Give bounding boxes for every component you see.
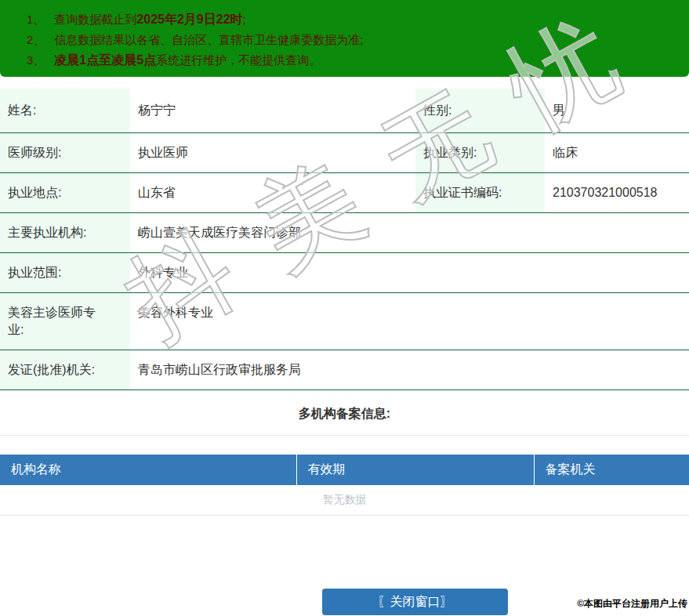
certificate-number-value: 210370321000518: [545, 173, 689, 213]
notice-text: 信息数据结果以各省、自治区、直辖市卫生健康委数据为准;: [54, 33, 363, 46]
gender-value: 男: [545, 89, 689, 133]
table-row: 执业地点: 山东省 执业证书编码: 210370321000518: [0, 173, 689, 213]
table-row: 发证(批准)机关: 青岛市崂山区行政审批服务局: [0, 350, 689, 390]
practice-category-label: 执业类别:: [415, 133, 545, 173]
column-header-validity: 有效期: [296, 455, 534, 485]
table-row: 姓名: 杨宁宁 性别: 男: [0, 89, 689, 133]
name-value: 杨宁宁: [130, 89, 415, 133]
multi-org-table-wrap: 机构名称 有效期 备案机关 暂无数据: [0, 435, 689, 516]
notice-banner: 1、查询数据截止到2025年2月9日22时; 2、信息数据结果以各省、自治区、直…: [0, 0, 689, 77]
notice-line-1: 1、查询数据截止到2025年2月9日22时;: [27, 9, 681, 30]
practice-category-value: 临床: [545, 133, 689, 173]
notice-bold-text: 2025年2月9日22时: [136, 13, 242, 26]
notice-number: 1、: [27, 13, 45, 26]
notice-line-3: 3、凌晨1点至凌晨5点系统进行维护，不能提供查询。: [27, 50, 681, 71]
notice-text: 查询数据截止到: [54, 13, 136, 26]
certificate-number-label: 执业证书编码:: [415, 173, 545, 213]
multi-org-table: 机构名称 有效期 备案机关 暂无数据: [0, 455, 689, 516]
practice-scope-value: 外科专业: [130, 253, 689, 293]
notice-line-2: 2、信息数据结果以各省、自治区、直辖市卫生健康委数据为准;: [27, 30, 681, 50]
empty-data-text: 暂无数据: [0, 485, 689, 516]
multi-org-header-row: 机构名称 有效期 备案机关: [0, 455, 689, 485]
issuing-authority-value: 青岛市崂山区行政审批服务局: [130, 350, 689, 390]
main-institution-value: 崂山壹美天成医疗美容门诊部: [130, 213, 689, 253]
issuing-authority-label: 发证(批准)机关:: [0, 350, 130, 390]
practice-location-label: 执业地点:: [0, 173, 130, 213]
close-window-button[interactable]: 〖关闭窗口〗: [322, 589, 508, 615]
name-label: 姓名:: [0, 89, 130, 133]
table-row: 主要执业机构: 崂山壹美天成医疗美容门诊部: [0, 213, 689, 253]
notice-number: 2、: [27, 33, 45, 46]
empty-row: 暂无数据: [0, 485, 689, 516]
table-row: 医师级别: 执业医师 执业类别: 临床: [0, 133, 689, 173]
copyright-note: ©本图由平台注册用户上传: [577, 597, 687, 611]
table-row: 美容主诊医师专业: 美容外科专业: [0, 293, 689, 350]
practitioner-info-table: 姓名: 杨宁宁 性别: 男 医师级别: 执业医师 执业类别: 临床 执业地点: …: [0, 89, 689, 390]
column-header-filing-authority: 备案机关: [534, 455, 689, 485]
gender-label: 性别:: [415, 89, 545, 133]
table-row: 执业范围: 外科专业: [0, 253, 689, 293]
doctor-level-label: 医师级别:: [0, 133, 130, 173]
practice-scope-label: 执业范围:: [0, 253, 130, 293]
notice-bold-text: 凌晨1点至凌晨5点: [54, 53, 156, 67]
notice-number: 3、: [27, 53, 45, 67]
doctor-level-value: 执业医师: [130, 133, 415, 173]
cosmetic-specialty-value: 美容外科专业: [130, 293, 689, 350]
column-header-org-name: 机构名称: [0, 455, 296, 485]
notice-text: ;: [243, 13, 246, 26]
cosmetic-specialty-label: 美容主诊医师专业:: [0, 293, 130, 350]
multi-org-section-title: 多机构备案信息:: [0, 390, 689, 435]
notice-text: 系统进行维护，不能提供查询。: [156, 53, 321, 67]
query-result-page: 1、查询数据截止到2025年2月9日22时; 2、信息数据结果以各省、自治区、直…: [0, 0, 689, 616]
main-institution-label: 主要执业机构:: [0, 213, 130, 253]
practice-location-value: 山东省: [130, 173, 415, 213]
